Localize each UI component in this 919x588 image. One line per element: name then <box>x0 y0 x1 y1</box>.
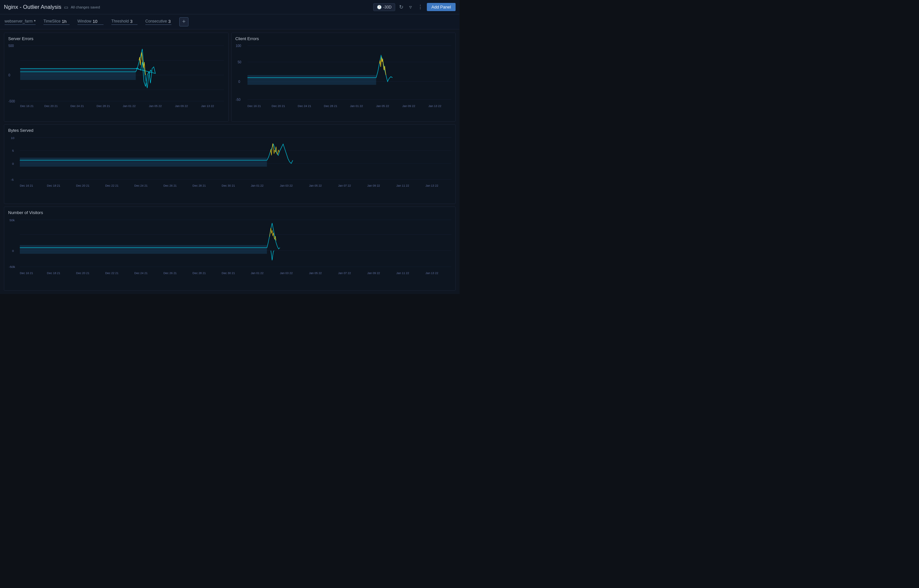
svg-text:Dec 16 21: Dec 16 21 <box>247 104 261 108</box>
svg-text:-50k: -50k <box>9 265 15 268</box>
svg-text:-500: -500 <box>8 100 15 103</box>
client-errors-area: 100 50 0 -50 Dec 16 21 Dec 20 21 Dec 24 … <box>235 42 452 108</box>
svg-text:Dec 28 21: Dec 28 21 <box>324 104 337 108</box>
svg-text:Dec 16 21: Dec 16 21 <box>20 184 33 187</box>
svg-text:Jan 03 22: Jan 03 22 <box>280 271 293 275</box>
svg-text:Dec 20 21: Dec 20 21 <box>76 271 89 275</box>
svg-text:Dec 26 21: Dec 26 21 <box>163 271 177 275</box>
svg-text:Dec 18 21: Dec 18 21 <box>47 184 60 187</box>
header-left: Nginx - Outlier Analysis ▭ All changes s… <box>4 4 100 10</box>
svg-marker-68 <box>20 245 267 254</box>
svg-text:5: 5 <box>12 149 14 153</box>
svg-text:Jan 13 22: Jan 13 22 <box>426 271 438 275</box>
svg-text:Jan 13 22: Jan 13 22 <box>426 184 438 187</box>
svg-text:Jan 05 22: Jan 05 22 <box>309 184 322 187</box>
svg-text:Dec 28 21: Dec 28 21 <box>97 104 110 108</box>
svg-text:Jan 11 22: Jan 11 22 <box>397 271 409 275</box>
more-options-btn[interactable]: ⋮ <box>416 3 425 11</box>
svg-text:Jan 09 22: Jan 09 22 <box>402 104 415 108</box>
svg-text:Jan 05 22: Jan 05 22 <box>149 104 162 108</box>
toolbar-value-threshold: 3 <box>130 19 132 24</box>
svg-text:Dec 24 21: Dec 24 21 <box>71 104 84 108</box>
svg-text:Jan 13 22: Jan 13 22 <box>428 104 441 108</box>
svg-text:Dec 26 21: Dec 26 21 <box>163 184 177 187</box>
svg-text:500: 500 <box>8 44 14 48</box>
toolbar-field-threshold[interactable]: Threshold 3 <box>111 19 138 25</box>
svg-text:Jan 05 22: Jan 05 22 <box>309 271 322 275</box>
toolbar-field-consecutive[interactable]: Consecutive 3 <box>145 19 172 25</box>
page-title: Nginx - Outlier Analysis <box>4 4 62 10</box>
toolbar-value-timeslice: 1h <box>62 19 66 24</box>
toolbar-value-consecutive: 3 <box>168 19 170 24</box>
svg-text:50k: 50k <box>10 218 15 221</box>
share-icon[interactable]: ▭ <box>64 5 68 10</box>
svg-text:Jan 05 22: Jan 05 22 <box>376 104 389 108</box>
bytes-served-panel: Bytes Served 10 5 0 -5 Dec 16 2 <box>4 124 455 204</box>
svg-text:Dec 20 21: Dec 20 21 <box>44 104 58 108</box>
server-errors-title: Server Errors <box>8 36 224 41</box>
toolbar-label-webserverfarm: webserver_farm <box>5 19 32 24</box>
svg-text:Dec 28 21: Dec 28 21 <box>193 184 206 187</box>
toolbar: webserver_farm * TimeSlice 1h Window 10 … <box>0 15 459 29</box>
svg-text:Dec 30 21: Dec 30 21 <box>222 184 235 187</box>
toolbar-label-consecutive: Consecutive <box>145 19 167 24</box>
svg-marker-8 <box>20 68 136 80</box>
svg-text:Jan 07 22: Jan 07 22 <box>338 271 351 275</box>
svg-text:Dec 22 21: Dec 22 21 <box>105 271 118 275</box>
toolbar-label-window: Window <box>78 19 91 24</box>
svg-text:0: 0 <box>8 73 10 77</box>
svg-text:100: 100 <box>235 44 241 48</box>
svg-text:Dec 28 21: Dec 28 21 <box>193 271 206 275</box>
svg-text:Jan 13 22: Jan 13 22 <box>201 104 214 108</box>
toolbar-label-threshold: Threshold <box>111 19 129 24</box>
toolbar-field-webserverfarm[interactable]: webserver_farm * <box>5 19 36 25</box>
svg-marker-26 <box>247 75 376 85</box>
svg-text:Dec 18 21: Dec 18 21 <box>47 271 60 275</box>
toolbar-value-webserverfarm: * <box>34 19 36 24</box>
svg-text:0: 0 <box>12 249 14 252</box>
svg-text:Jan 01 22: Jan 01 22 <box>123 104 136 108</box>
header: Nginx - Outlier Analysis ▭ All changes s… <box>0 0 459 15</box>
toolbar-label-timeslice: TimeSlice <box>44 19 60 24</box>
visitors-title: Number of Visitors <box>8 210 451 215</box>
svg-text:Jan 09 22: Jan 09 22 <box>175 104 188 108</box>
visitors-area: 50k 0 -50k Dec 16 21 Dec 18 21 Dec 20 21… <box>8 216 451 277</box>
svg-text:Dec 22 21: Dec 22 21 <box>105 184 118 187</box>
header-right: 🕐 -30D ↻ ▿ ⋮ Add Panel <box>373 3 455 11</box>
svg-text:0: 0 <box>12 162 14 165</box>
server-errors-area: 500 0 -500 Dec 16 21 Dec 20 21 <box>8 42 224 108</box>
bytes-served-chart: 10 5 0 -5 Dec 16 21 Dec 18 21 Dec 20 21 … <box>8 134 451 190</box>
time-range-value: -30D <box>383 5 392 10</box>
main-content: Server Errors 500 0 -500 <box>0 29 459 294</box>
svg-text:Dec 16 21: Dec 16 21 <box>20 271 33 275</box>
client-errors-panel: Client Errors 100 50 0 -50 <box>231 32 456 122</box>
visitors-panel: Number of Visitors 50k 0 -50k <box>4 207 455 291</box>
svg-marker-44 <box>20 158 267 167</box>
svg-text:Jan 11 22: Jan 11 22 <box>397 184 409 187</box>
svg-text:Dec 30 21: Dec 30 21 <box>222 271 235 275</box>
svg-text:Jan 01 22: Jan 01 22 <box>350 104 363 108</box>
client-errors-title: Client Errors <box>235 36 452 41</box>
svg-text:50: 50 <box>237 60 242 64</box>
svg-text:-50: -50 <box>235 98 240 102</box>
svg-text:Jan 01 22: Jan 01 22 <box>251 271 264 275</box>
svg-text:Jan 09 22: Jan 09 22 <box>367 271 380 275</box>
server-errors-panel: Server Errors 500 0 -500 <box>4 32 229 122</box>
add-panel-btn[interactable]: Add Panel <box>427 3 455 11</box>
server-errors-chart: 500 0 -500 Dec 16 21 Dec 20 21 <box>8 42 224 108</box>
time-range-btn[interactable]: 🕐 -30D <box>373 3 395 11</box>
refresh-btn[interactable]: ↻ <box>397 3 405 11</box>
filter-icon[interactable]: ▿ <box>407 3 414 11</box>
svg-text:Jan 09 22: Jan 09 22 <box>367 184 380 187</box>
client-errors-chart: 100 50 0 -50 Dec 16 21 Dec 20 21 Dec 24 … <box>235 42 452 108</box>
svg-text:-5: -5 <box>11 178 14 182</box>
charts-row-1: Server Errors 500 0 -500 <box>4 32 455 122</box>
toolbar-field-timeslice[interactable]: TimeSlice 1h <box>44 19 70 25</box>
svg-text:Dec 20 21: Dec 20 21 <box>271 104 285 108</box>
clock-icon: 🕐 <box>377 5 382 10</box>
bytes-served-area: 10 5 0 -5 Dec 16 21 Dec 18 21 Dec 20 21 … <box>8 134 451 190</box>
svg-text:10: 10 <box>11 136 15 140</box>
toolbar-value-window: 10 <box>93 19 97 24</box>
add-field-btn[interactable]: + <box>179 17 188 26</box>
toolbar-field-window[interactable]: Window 10 <box>78 19 104 25</box>
